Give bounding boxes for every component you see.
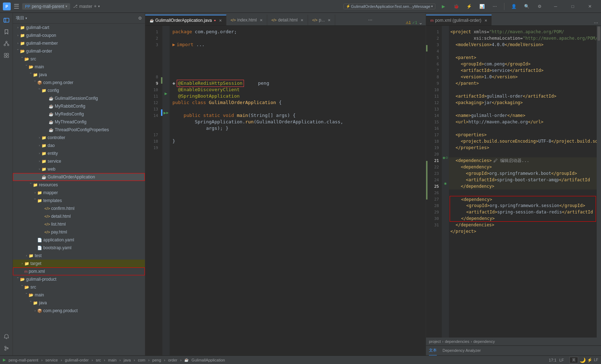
search-button[interactable]: 🔍 [522,2,532,11]
coverage-button[interactable]: ⚡ [464,2,474,11]
right-tab-close[interactable]: ✕ [484,19,487,23]
right-gutter-run-2[interactable]: ◉ [442,180,449,187]
line-num-13: 13 [145,106,161,112]
sidebar-icon-structure[interactable] [1,38,12,49]
line-num-5: 5 [145,54,161,61]
hamburger-menu[interactable]: ☰ [14,3,19,10]
tree-settings-icon[interactable]: ⚙ [138,16,142,21]
tree-item-resources[interactable]: › 📁 resources [13,181,145,189]
maximize-button[interactable]: □ [565,0,581,13]
tree-item-product-java[interactable]: › 📁 java [13,299,145,307]
tree-item-MyRedisConfig[interactable]: ☕ MyRedisConfig [13,110,145,118]
right-tab-wenben[interactable]: 文本 [429,346,437,356]
tree-item-list-html[interactable]: </> list.html [13,220,145,228]
tree-item-java[interactable]: › 📁 java [13,71,145,79]
tree-item-pom-xml[interactable]: m pom.xml [13,267,145,275]
tree-item-gulimall-coupon[interactable]: › 📁 gulimall-coupon [13,31,145,39]
gutter-cell-12 [162,97,170,103]
tree-item-entity[interactable]: › 📁 entity [13,149,145,157]
tree-item-main[interactable]: › 📂 main [13,63,145,71]
profiler-button[interactable]: 📊 [477,2,487,11]
file-tree-body[interactable]: › 📁 gulimall-cart › 📁 gulimall-coupon › … [13,24,145,355]
tree-item-product-main[interactable]: › 📂 main [13,291,145,299]
right-tab-dependency-analyzer[interactable]: Dependency Analyzer [443,346,481,356]
code-content-area[interactable]: package com.peng.order; ▶import ... ◆@En… [170,26,426,355]
tree-item-gulimall-product[interactable]: › 📂 gulimall-product [13,275,145,283]
editor-tab-more[interactable]: ⋯ [365,15,375,25]
tree-item-web[interactable]: › 📁 web [13,165,145,173]
project-selector[interactable]: PP peng-mall-parent ▾ [22,3,70,10]
tree-item-application-yaml[interactable]: 📄 application.yaml [13,236,145,244]
code-line-18: } [170,138,426,144]
run-gutter-icon-3[interactable]: ▶ [166,111,168,114]
tree-item-ThreadPoolConfigProperties[interactable]: ☕ ThreadPoolConfigProperties [13,126,145,134]
close-button[interactable]: ✕ [582,0,598,13]
tree-item-confirm-html[interactable]: </> confirm.html [13,205,145,212]
run-config[interactable]: ⚡ GulimallOrderApplicationTest.sen...yMe… [343,4,435,9]
right-ln-9: 9 [427,80,442,87]
status-peng: peng [152,358,161,362]
tree-item-com-peng-product[interactable]: › 📦 com.peng.product [13,307,145,315]
tree-item-test[interactable]: › 📁 test [13,252,145,260]
tree-item-src[interactable]: › 📂 src [13,55,145,63]
settings-button[interactable]: ⚙ [534,2,544,11]
tree-item-mapper[interactable]: › 📁 mapper [13,189,145,197]
status-src: src [96,358,101,362]
tree-item-dao[interactable]: › 📁 dao [13,142,145,149]
tree-item-com-peng-order[interactable]: › 📦 com.peng.order [13,79,145,87]
chevron-icon: › [33,309,37,313]
chevron-icon: › [38,88,41,93]
sidebar-icon-bookmarks[interactable] [1,26,12,38]
sidebar-icon-git[interactable] [1,343,12,354]
code-line-10: @EnableDiscoveryClient [170,87,426,93]
tree-item-pay-html[interactable]: </> pay.html [13,228,145,236]
tree-item-gulimall-cart[interactable]: › 📁 gulimall-cart [13,24,145,31]
user-button[interactable]: 👤 [509,2,519,11]
tree-item-target[interactable]: › 📁 target [13,260,145,267]
right-panel-more-icon[interactable]: ⋯ [594,20,598,25]
tab-close-icon[interactable]: ✕ [219,19,222,23]
right-scrollbar[interactable] [597,26,601,338]
tree-item-service[interactable]: › 📁 service [13,157,145,165]
sidebar-icon-notifications[interactable] [1,331,12,342]
tree-item-detail-html[interactable]: </> detail.html [13,212,145,220]
sidebar-icon-project[interactable] [1,14,12,26]
tab-p[interactable]: </> p... ✕ [308,15,335,25]
line-num-11: 11 [145,93,161,99]
chevron-icon: › [24,254,29,257]
tree-item-GulimallSessionConfig[interactable]: ☕ GulimallSessionConfig [13,94,145,102]
run-button[interactable]: ▶ [438,2,448,11]
tree-item-gulimall-order[interactable]: › 📂 gulimall-order [13,47,145,55]
tab-GulimallOrderApplication[interactable]: ☕ GulimallOrderApplication.java ● ✕ [145,15,226,25]
minimize-button[interactable]: ─ [547,0,564,13]
branch-selector[interactable]: ⎇ master ✳ ▾ [73,4,100,9]
tree-item-MyThreadConfig[interactable]: ☕ MyThreadConfig [13,118,145,126]
tree-item-MyRabbitConfig[interactable]: ☕ MyRabbitConfig [13,102,145,110]
right-ln-14: 14 [427,112,442,119]
run-gutter-icon-2[interactable]: ▶ [163,111,166,115]
tree-item-controller[interactable]: › 📁 controller [13,134,145,142]
debug-button[interactable]: 🐞 [451,2,461,11]
tree-item-gulimall-member[interactable]: › 📁 gulimall-member [13,39,145,47]
editor-expand-icon[interactable]: ⌄ [419,20,423,25]
code-line-11: @SpringBootApplication [170,93,426,99]
right-pom-content[interactable]: <project xmlns="http://maven.apache.org/… [449,26,597,338]
run-gutter-icon[interactable]: ▶ [165,92,167,95]
tree-item-bootstrap-yaml[interactable]: 📄 bootstrap.yaml [13,244,145,252]
tab-close-icon[interactable]: ✕ [260,18,263,22]
sidebar-icon-plugins[interactable] [1,50,12,61]
tree-item-product-src[interactable]: › 📂 src [13,283,145,291]
right-tab-pom-xml[interactable]: m pom.xml (gulimall-order) ✕ [426,15,492,25]
tab-close-icon[interactable]: ✕ [300,18,303,22]
right-ln-17: 17 [427,132,442,138]
tab-close-icon[interactable]: ✕ [328,18,331,22]
more-menu-button[interactable]: ⋯ [490,2,500,11]
tree-item-config[interactable]: › 📁 config [13,87,145,94]
tab-detail-html[interactable]: </> detail.html ✕ [267,15,308,25]
tree-item-GulimallOrderApplication[interactable]: ☕ GulimallOrderApplication [13,173,145,181]
xml-line-21: <dependencies>🖊 编辑启动器... [449,157,597,164]
tree-item-templates[interactable]: › 📁 templates [13,197,145,205]
tab-index-html[interactable]: </> index.html ✕ [226,15,267,25]
scrollbar-thumb[interactable] [597,26,600,41]
right-gutter-run-1[interactable]: ◉⊙ [442,154,449,161]
